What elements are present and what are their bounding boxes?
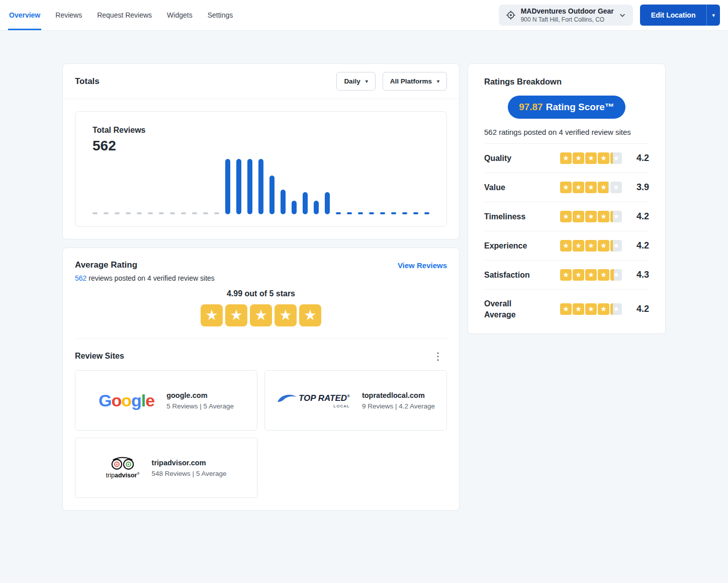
kebab-menu-icon: ⋮ bbox=[433, 351, 443, 362]
chart-bar bbox=[137, 212, 142, 214]
breakdown-row-stars: ★★★★★ bbox=[543, 152, 622, 164]
star-icon: ★ bbox=[610, 269, 622, 281]
breakdown-row-stars: ★★★★★ bbox=[543, 211, 622, 222]
chart-bar bbox=[391, 212, 396, 214]
chart-bar bbox=[115, 212, 120, 214]
location-selector[interactable]: MADventures Outdoor Gear 900 N Taft Hill… bbox=[499, 5, 633, 26]
breakdown-row-value: 3.9 bbox=[628, 182, 649, 193]
breakdown-row: Satisfaction★★★★★4.3 bbox=[484, 261, 649, 290]
review-site-stats: 9 Reviews | 4.2 Average bbox=[362, 402, 435, 410]
star-icon: ★ bbox=[560, 269, 572, 281]
side-column: Ratings Breakdown 97.87Rating Score™ 562… bbox=[468, 63, 666, 334]
chart-bar bbox=[424, 212, 429, 214]
totals-card: Totals Daily ▾ All Platforms ▾ Total Rev… bbox=[62, 63, 460, 239]
chart-bar bbox=[336, 212, 341, 214]
chart-bar bbox=[347, 212, 352, 214]
star-icon: ★ bbox=[610, 240, 622, 252]
tab-request-reviews[interactable]: Request Reviews bbox=[96, 0, 153, 30]
chart-bar bbox=[225, 159, 230, 214]
chart-bar bbox=[269, 176, 275, 214]
period-filter-dropdown[interactable]: Daily ▾ bbox=[336, 72, 375, 91]
tab-settings[interactable]: Settings bbox=[207, 0, 234, 30]
star-icon: ★ bbox=[585, 182, 597, 193]
breakdown-row-value: 4.2 bbox=[628, 153, 649, 163]
star-icon: ★ bbox=[573, 211, 584, 222]
chart-bar bbox=[380, 212, 385, 214]
star-icon: ★ bbox=[250, 304, 272, 326]
star-icon: ★ bbox=[585, 240, 597, 252]
edit-location-button[interactable]: Edit Location bbox=[640, 5, 707, 26]
location-target-icon bbox=[506, 10, 516, 20]
tripadvisor-logo: tripadvisor® bbox=[106, 457, 140, 479]
period-filter-label: Daily bbox=[344, 77, 360, 85]
caret-down-icon: ▾ bbox=[437, 78, 439, 84]
tab-overview[interactable]: Overview bbox=[8, 0, 41, 30]
tab-reviews[interactable]: Reviews bbox=[54, 0, 83, 30]
google-logo: Google bbox=[99, 392, 154, 409]
review-sites-grid: Googlegoogle.com5 Reviews | 5 AverageTOP… bbox=[75, 370, 447, 498]
review-site-stats: 548 Reviews | 5 Average bbox=[152, 470, 227, 477]
star-icon: ★ bbox=[598, 269, 609, 281]
rating-score-label: Rating Score™ bbox=[546, 102, 614, 112]
breakdown-row-label: Timeliness bbox=[484, 211, 537, 222]
chart-bar bbox=[126, 212, 131, 214]
total-reviews-chart-card: Total Reviews 562 bbox=[75, 111, 447, 227]
chart-bar bbox=[214, 212, 219, 214]
page-content: Totals Daily ▾ All Platforms ▾ Total Rev… bbox=[0, 30, 728, 556]
section-divider bbox=[75, 339, 447, 339]
breakdown-row-stars: ★★★★★ bbox=[543, 269, 622, 281]
chart-bar bbox=[325, 192, 330, 214]
review-site-info: topratedlocal.com9 Reviews | 4.2 Average bbox=[362, 391, 435, 410]
review-count: 562 bbox=[75, 274, 86, 282]
review-site-card-tripadvisor[interactable]: tripadvisor®tripadvisor.com548 Reviews |… bbox=[75, 438, 257, 498]
star-icon: ★ bbox=[560, 303, 572, 315]
chart-bar bbox=[170, 212, 175, 214]
star-icon: ★ bbox=[275, 304, 297, 326]
topratedlocal-swoosh-icon bbox=[277, 392, 298, 403]
star-icon: ★ bbox=[598, 152, 609, 164]
review-sites-header: Review Sites ⋮ bbox=[75, 349, 447, 363]
average-rating-stars: ★★★★★ bbox=[201, 304, 321, 326]
totals-card-body: Total Reviews 562 bbox=[63, 99, 459, 239]
star-icon: ★ bbox=[585, 269, 597, 281]
edit-location-caret-button[interactable]: ▾ bbox=[706, 5, 720, 26]
edit-location-button-group: Edit Location ▾ bbox=[640, 5, 720, 26]
review-site-card-topratedlocal[interactable]: TOP RATED®LOCALtopratedlocal.com9 Review… bbox=[264, 370, 447, 431]
chart-bar bbox=[159, 212, 164, 214]
rating-score-badge: 97.87Rating Score™ bbox=[508, 96, 625, 119]
reviews-bar-chart bbox=[93, 159, 429, 214]
star-icon: ★ bbox=[610, 152, 622, 164]
average-rating-text: 4.99 out of 5 stars bbox=[75, 289, 447, 298]
star-icon: ★ bbox=[598, 240, 609, 252]
chart-bar bbox=[292, 201, 297, 215]
chart-bar bbox=[369, 212, 374, 214]
ratings-breakdown-card: Ratings Breakdown 97.87Rating Score™ 562… bbox=[468, 63, 666, 334]
chart-bar bbox=[281, 190, 286, 215]
review-site-name: topratedlocal.com bbox=[362, 391, 435, 399]
review-site-name: tripadvisor.com bbox=[152, 459, 227, 467]
location-address: 900 N Taft Hill, Fort Collins, CO bbox=[521, 16, 614, 23]
chart-bar bbox=[402, 212, 407, 214]
star-icon: ★ bbox=[573, 152, 584, 164]
totals-title: Totals bbox=[75, 76, 100, 87]
chart-bar bbox=[358, 212, 363, 214]
chart-bar bbox=[104, 212, 109, 214]
platform-filter-dropdown[interactable]: All Platforms ▾ bbox=[383, 72, 447, 91]
view-reviews-link[interactable]: View Reviews bbox=[398, 261, 447, 270]
totals-card-header: Totals Daily ▾ All Platforms ▾ bbox=[63, 64, 459, 99]
star-icon: ★ bbox=[598, 211, 609, 222]
location-name: MADventures Outdoor Gear bbox=[521, 7, 614, 15]
breakdown-row-value: 4.3 bbox=[628, 270, 649, 280]
review-sites-menu-button[interactable]: ⋮ bbox=[429, 349, 447, 363]
star-icon: ★ bbox=[585, 303, 597, 315]
review-site-card-google[interactable]: Googlegoogle.com5 Reviews | 5 Average bbox=[75, 370, 257, 431]
chart-bar bbox=[413, 212, 418, 214]
star-icon: ★ bbox=[573, 269, 584, 281]
platform-filter-label: All Platforms bbox=[390, 77, 432, 85]
star-icon: ★ bbox=[598, 182, 609, 193]
star-icon: ★ bbox=[573, 303, 584, 315]
tab-widgets[interactable]: Widgets bbox=[166, 0, 194, 30]
top-nav: OverviewReviewsRequest ReviewsWidgetsSet… bbox=[0, 0, 728, 30]
average-rating-display: 4.99 out of 5 stars ★★★★★ bbox=[75, 289, 447, 326]
topratedlocal-logo: TOP RATED®LOCAL bbox=[277, 392, 350, 408]
